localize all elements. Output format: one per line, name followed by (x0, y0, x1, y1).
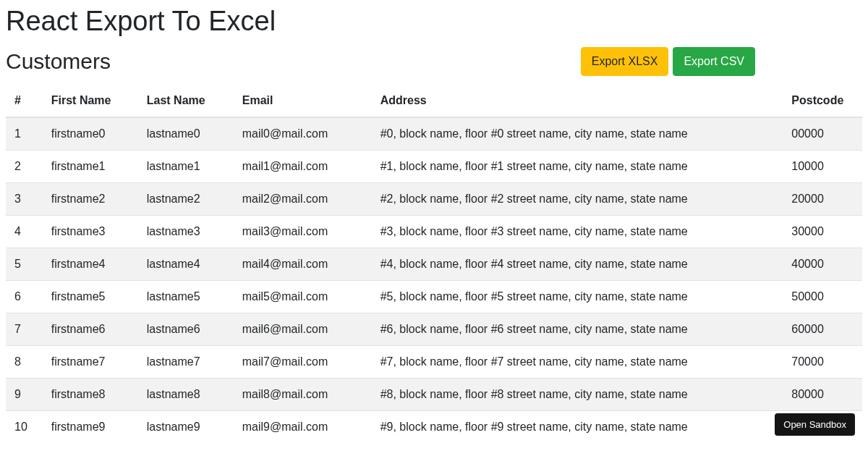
header-postcode: Postcode (783, 85, 862, 117)
cell-email: mail7@mail.com (234, 346, 372, 379)
customers-table: # First Name Last Name Email Address Pos… (6, 85, 862, 443)
cell-address: #2, block name, floor #2 street name, ci… (372, 183, 783, 216)
table-row: 8firstname7lastname7mail7@mail.com#7, bl… (6, 346, 862, 379)
cell-first-name: firstname5 (43, 281, 138, 313)
cell-address: #1, block name, floor #1 street name, ci… (372, 151, 783, 183)
cell-index: 9 (6, 379, 43, 411)
cell-address: #6, block name, floor #6 street name, ci… (372, 313, 783, 346)
cell-index: 2 (6, 151, 43, 183)
cell-address: #3, block name, floor #3 street name, ci… (372, 216, 783, 248)
cell-last-name: lastname9 (138, 411, 234, 444)
table-row: 9firstname8lastname8mail8@mail.com#8, bl… (6, 379, 862, 411)
cell-email: mail6@mail.com (234, 313, 372, 346)
cell-postcode: 20000 (783, 183, 862, 216)
table-row: 2firstname1lastname1mail1@mail.com#1, bl… (6, 151, 862, 183)
cell-address: #0, block name, floor #0 street name, ci… (372, 117, 783, 151)
export-xlsx-button[interactable]: Export XLSX (581, 47, 669, 76)
cell-first-name: firstname3 (43, 216, 138, 248)
cell-postcode: 10000 (783, 151, 862, 183)
cell-email: mail3@mail.com (234, 216, 372, 248)
cell-index: 3 (6, 183, 43, 216)
cell-postcode: 30000 (783, 216, 862, 248)
cell-first-name: firstname1 (43, 151, 138, 183)
export-buttons: Export XLSX Export CSV (581, 47, 862, 76)
cell-email: mail8@mail.com (234, 379, 372, 411)
cell-index: 5 (6, 248, 43, 281)
header-email: Email (234, 85, 372, 117)
header-first-name: First Name (43, 85, 138, 117)
cell-postcode: 60000 (783, 313, 862, 346)
cell-first-name: firstname8 (43, 379, 138, 411)
cell-address: #8, block name, floor #8 street name, ci… (372, 379, 783, 411)
cell-index: 4 (6, 216, 43, 248)
cell-last-name: lastname5 (138, 281, 234, 313)
cell-first-name: firstname0 (43, 117, 138, 151)
cell-address: #7, block name, floor #7 street name, ci… (372, 346, 783, 379)
header-index: # (6, 85, 43, 117)
cell-last-name: lastname0 (138, 117, 234, 151)
cell-last-name: lastname1 (138, 151, 234, 183)
cell-postcode: 50000 (783, 281, 862, 313)
cell-first-name: firstname6 (43, 313, 138, 346)
cell-index: 8 (6, 346, 43, 379)
cell-postcode: 00000 (783, 117, 862, 151)
header-address: Address (372, 85, 783, 117)
cell-email: mail4@mail.com (234, 248, 372, 281)
cell-email: mail1@mail.com (234, 151, 372, 183)
cell-first-name: firstname4 (43, 248, 138, 281)
cell-index: 7 (6, 313, 43, 346)
cell-email: mail0@mail.com (234, 117, 372, 151)
section-title: Customers (6, 49, 111, 74)
cell-postcode: 40000 (783, 248, 862, 281)
header-last-name: Last Name (138, 85, 234, 117)
cell-address: #9, block name, floor #9 street name, ci… (372, 411, 783, 444)
cell-address: #4, block name, floor #4 street name, ci… (372, 248, 783, 281)
cell-last-name: lastname2 (138, 183, 234, 216)
table-row: 6firstname5lastname5mail5@mail.com#5, bl… (6, 281, 862, 313)
cell-first-name: firstname2 (43, 183, 138, 216)
cell-last-name: lastname6 (138, 313, 234, 346)
cell-email: mail5@mail.com (234, 281, 372, 313)
cell-last-name: lastname3 (138, 216, 234, 248)
cell-index: 1 (6, 117, 43, 151)
cell-address: #5, block name, floor #5 street name, ci… (372, 281, 783, 313)
section-header: Customers Export XLSX Export CSV (6, 47, 862, 76)
cell-email: mail9@mail.com (234, 411, 372, 444)
cell-last-name: lastname4 (138, 248, 234, 281)
cell-postcode: 70000 (783, 346, 862, 379)
cell-last-name: lastname8 (138, 379, 234, 411)
table-row: 10firstname9lastname9mail9@mail.com#9, b… (6, 411, 862, 444)
table-row: 1firstname0lastname0mail0@mail.com#0, bl… (6, 117, 862, 151)
table-header-row: # First Name Last Name Email Address Pos… (6, 85, 862, 117)
table-row: 3firstname2lastname2mail2@mail.com#2, bl… (6, 183, 862, 216)
table-row: 4firstname3lastname3mail3@mail.com#3, bl… (6, 216, 862, 248)
table-row: 7firstname6lastname6mail6@mail.com#6, bl… (6, 313, 862, 346)
open-sandbox-button[interactable]: Open Sandbox (775, 413, 855, 436)
table-row: 5firstname4lastname4mail4@mail.com#4, bl… (6, 248, 862, 281)
cell-email: mail2@mail.com (234, 183, 372, 216)
cell-first-name: firstname7 (43, 346, 138, 379)
page-title: React Export To Excel (6, 6, 862, 37)
cell-index: 6 (6, 281, 43, 313)
export-csv-button[interactable]: Export CSV (673, 47, 755, 76)
cell-postcode: 80000 (783, 379, 862, 411)
cell-index: 10 (6, 411, 43, 444)
cell-last-name: lastname7 (138, 346, 234, 379)
cell-first-name: firstname9 (43, 411, 138, 444)
